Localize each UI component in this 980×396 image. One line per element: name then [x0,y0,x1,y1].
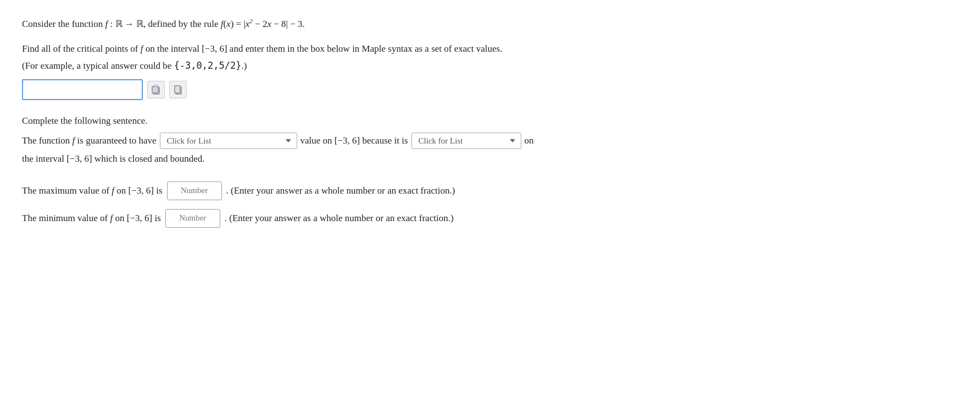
sentence-line-1: The function f is guaranteed to have Cli… [22,133,958,149]
critical-points-example: (For example, a typical answer could be … [22,58,958,73]
sentence-line-2: the interval [−3, 6] which is closed and… [22,151,958,166]
sentence-prefix: The function f is guaranteed to have [22,133,157,148]
critical-points-section: Find all of the critical points of f on … [22,41,958,100]
critical-points-input-row [22,79,958,100]
max-value-line: The maximum value of f on [−3, 6] is . (… [22,182,958,200]
min-value-input[interactable] [165,209,220,228]
max-value-section: The maximum value of f on [−3, 6] is . (… [22,182,958,200]
dropdown-value-type[interactable]: Click for List [160,133,297,149]
max-value-prefix: The maximum value of f on [−3, 6] is [22,183,163,198]
min-value-prefix: The minimum value of f on [−3, 6] is [22,211,161,226]
dropdown-reason[interactable]: Click for List [411,133,521,149]
max-value-input[interactable] [167,182,222,200]
svg-rect-4 [175,86,180,93]
complete-sentence-label: Complete the following sentence. [22,113,958,128]
problem-text: Consider the function f : ℝ → ℝ, defined… [22,19,305,29]
copy-icon-button[interactable] [169,81,187,98]
paste-icon-button[interactable] [147,81,165,98]
min-value-line: The minimum value of f on [−3, 6] is . (… [22,209,958,228]
min-value-postfix: . (Enter your answer as a whole number o… [225,211,454,226]
min-value-section: The minimum value of f on [−3, 6] is . (… [22,209,958,228]
svg-rect-2 [154,85,157,87]
problem-statement: Consider the function f : ℝ → ℝ, defined… [22,16,958,31]
max-value-postfix: . (Enter your answer as a whole number o… [226,183,455,198]
sentence-on: on [525,133,534,148]
svg-rect-1 [152,86,158,93]
critical-points-input[interactable] [22,79,143,100]
critical-points-instruction: Find all of the critical points of f on … [22,41,958,56]
sentence-middle: value on [−3, 6] because it is [300,133,408,148]
complete-sentence-section: Complete the following sentence. The fun… [22,113,958,166]
